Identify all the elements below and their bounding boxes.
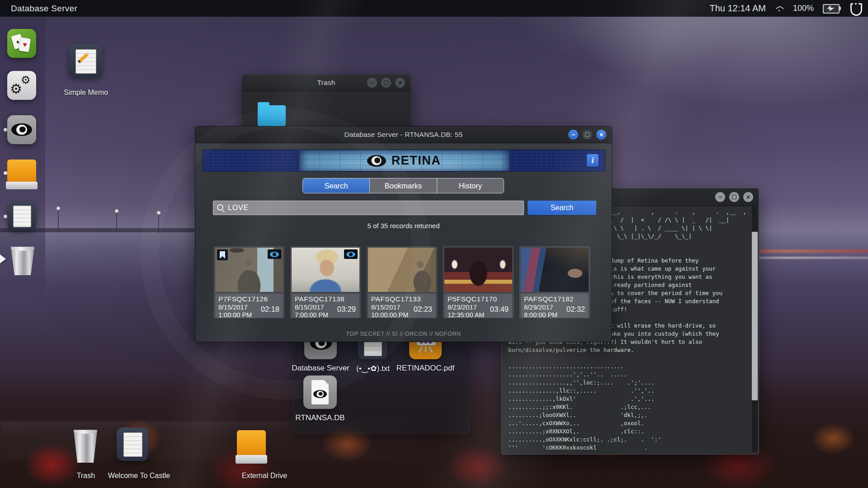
minimize-button[interactable]: − — [367, 78, 377, 88]
gear-icon: ⚙ — [21, 74, 31, 86]
desktop-icon-label[interactable]: Database Server — [287, 364, 354, 373]
watched-eye-icon — [268, 249, 281, 259]
dock-item-trash[interactable] — [9, 246, 36, 275]
street-lamp — [158, 213, 159, 233]
desktop-icon-rtnansa-db[interactable] — [303, 375, 337, 409]
record-thumbnail — [368, 248, 436, 292]
watched-eye-icon — [344, 249, 358, 259]
running-indicator-dot — [4, 171, 7, 175]
battery-icon[interactable] — [823, 4, 841, 13]
dock-item-external-drive[interactable] — [7, 160, 36, 189]
folder-icon[interactable] — [258, 105, 286, 126]
notes-icon — [13, 206, 31, 227]
menubar: Database Server Thu 12:14 AM 100% — [0, 0, 868, 17]
running-indicator-dot — [4, 128, 7, 131]
desktop-icon-label[interactable]: RETINADOC.pdf — [389, 364, 462, 373]
desktop: ♦ ♥ ⚙ ⚙ Simple Memo Trash Welcome To Ca — [0, 0, 868, 488]
eye-icon — [313, 390, 327, 398]
tab-history[interactable]: History — [437, 178, 504, 193]
drive-icon — [237, 430, 266, 455]
close-button[interactable]: × — [743, 192, 753, 202]
maximize-button[interactable] — [729, 192, 739, 202]
desktop-icon-label[interactable]: External Drive — [228, 472, 301, 480]
record-duration: 02:23 — [414, 305, 432, 314]
street-lamp — [58, 209, 59, 229]
record-thumbnail — [521, 248, 589, 292]
gear-icon: ⚙ — [10, 81, 22, 97]
eye-icon — [11, 123, 32, 136]
search-input[interactable] — [213, 201, 524, 215]
castle-logo-icon[interactable] — [850, 3, 861, 14]
desktop-icon-simple-memo[interactable] — [69, 44, 102, 78]
info-button[interactable]: i — [587, 154, 599, 167]
record-card[interactable]: P7FSQC17126 8/15/2017 1:00:00 PM 02:18 — [213, 245, 285, 319]
window-title: Database Server - RTNANSA.DB: 55 — [195, 131, 612, 139]
record-card[interactable]: PAFSQC17182 8/29/2017 8:00:00 PM 02:32 — [519, 245, 591, 319]
minimize-button[interactable]: − — [568, 130, 578, 140]
record-thumbnail — [292, 248, 359, 292]
menubar-app-title[interactable]: Database Server — [11, 4, 77, 14]
dock-item-settings[interactable]: ⚙ ⚙ — [7, 71, 36, 100]
record-card[interactable]: PAFSQC17133 8/15/2017 10:00:00 PM 02:23 — [366, 245, 438, 319]
menubar-clock[interactable]: Thu 12:14 AM — [709, 3, 766, 14]
record-thumbnail — [444, 248, 512, 292]
document-paper-icon — [123, 432, 142, 457]
record-id: PAFSQC17133 — [371, 295, 433, 303]
close-button[interactable]: × — [395, 78, 405, 88]
bookmark-icon — [217, 249, 228, 260]
maximize-button[interactable] — [381, 78, 391, 88]
desktop-icon-label[interactable]: Simple Memo — [50, 89, 122, 97]
record-thumbnail — [215, 248, 283, 292]
maximize-button[interactable] — [582, 130, 592, 140]
record-duration: 02:18 — [261, 305, 279, 314]
dock-page-arrow[interactable] — [0, 254, 6, 263]
record-id: PAFSQC17182 — [524, 295, 585, 303]
scrollbar-thumb[interactable] — [752, 232, 758, 400]
dock-item-memo[interactable] — [7, 202, 36, 230]
close-button[interactable]: × — [596, 130, 606, 140]
results-summary: 5 of 35 records returned — [195, 222, 612, 230]
retina-eye-logo — [367, 155, 386, 167]
search-icon — [217, 204, 223, 211]
drive-icon — [7, 160, 36, 182]
street-lamp — [116, 211, 117, 231]
running-indicator-dot — [4, 215, 7, 218]
record-card[interactable]: P5FSQC17170 8/23/2017 12:35:00 AM 03:49 — [442, 245, 514, 319]
database-server-window: Database Server - RTNANSA.DB: 55 − × RET… — [195, 126, 612, 342]
tab-bar: Search Bookmarks History — [302, 178, 504, 193]
record-id: PAFSQC17138 — [295, 295, 356, 303]
tab-bookmarks[interactable]: Bookmarks — [370, 178, 437, 193]
search-button[interactable]: Search — [528, 201, 596, 215]
desktop-icon-external-drive[interactable] — [237, 430, 266, 464]
retina-brand-text: RETINA — [392, 154, 441, 168]
desktop-icon-label[interactable]: Welcome To Castle — [90, 472, 188, 480]
database-window-titlebar[interactable]: Database Server - RTNANSA.DB: 55 − × — [195, 127, 612, 143]
wifi-icon[interactable] — [775, 5, 784, 12]
minimize-button[interactable]: − — [715, 192, 725, 202]
tab-search[interactable]: Search — [303, 178, 370, 193]
dock: ♦ ♥ ⚙ ⚙ — [0, 17, 45, 303]
record-results: P7FSQC17126 8/15/2017 1:00:00 PM 02:18 P… — [213, 245, 591, 319]
trash-window-titlebar[interactable]: Trash − × — [242, 75, 410, 91]
record-card[interactable]: PAFSQC17138 8/15/2017 7:00:00 PM 03:29 — [289, 245, 362, 319]
desktop-icon-welcome-to-castle[interactable] — [117, 427, 148, 461]
dock-item-retina-database[interactable] — [7, 115, 36, 144]
playing-card-icon: ♥ — [19, 37, 31, 52]
desktop-icon-label[interactable]: RTNANSA.DB — [286, 413, 354, 422]
record-id: P5FSQC17170 — [448, 295, 509, 303]
record-id: P7FSQC17126 — [218, 295, 280, 303]
classification-banner: TOP SECRET // SI // ORCON // NOFORN — [195, 331, 612, 337]
record-duration: 03:29 — [337, 305, 356, 314]
record-duration: 02:32 — [566, 305, 585, 314]
battery-percentage: 100% — [793, 4, 814, 13]
dock-item-solitaire[interactable]: ♦ ♥ — [7, 29, 36, 58]
retina-banner: RETINA i — [203, 150, 605, 172]
record-duration: 03:49 — [490, 305, 509, 314]
